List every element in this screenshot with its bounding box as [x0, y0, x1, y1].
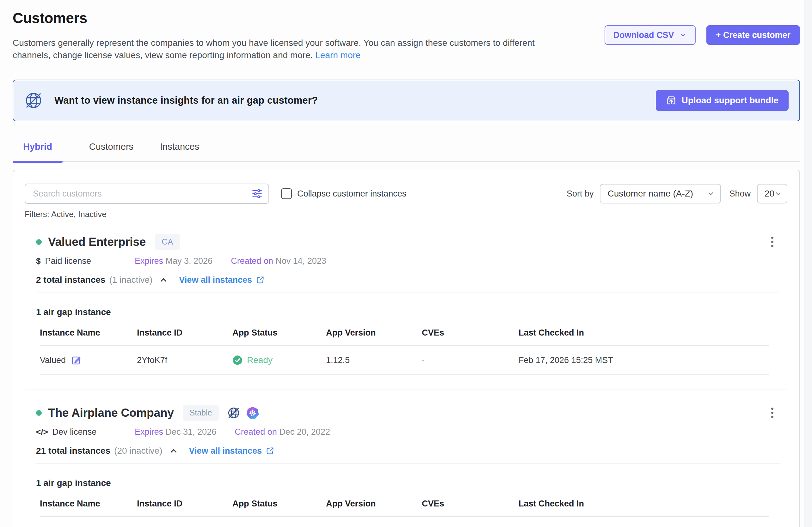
customer-name[interactable]: Valued Enterprise — [48, 236, 146, 249]
airgap-banner: Want to view instance insights for an ai… — [13, 80, 800, 121]
col-app-status: App Status — [232, 328, 326, 338]
section-divider — [36, 292, 780, 293]
inactive-instances-note: (1 inactive) — [109, 275, 153, 285]
active-filters-label: Filters: Active, Inactive — [25, 210, 787, 219]
edit-icon[interactable] — [71, 355, 82, 365]
airgap-instance-count: 1 air gap instance — [36, 478, 782, 488]
last-checked-in: Feb 17, 2026 15:25 MST — [519, 356, 769, 365]
page-description: Customers generally represent the compan… — [13, 37, 535, 61]
page-description-line1: Customers generally represent the compan… — [13, 37, 535, 49]
customer-header: Valued Enterprise GA — [36, 234, 782, 250]
inactive-instances-note: (20 inactive) — [114, 446, 162, 456]
instances-summary-row: 21 total instances (20 inactive) View al… — [36, 446, 782, 456]
collapse-instances-checkbox[interactable] — [281, 188, 292, 199]
customer-menu-button[interactable] — [769, 235, 775, 249]
chevron-up-icon[interactable] — [159, 275, 168, 285]
tab-hybrid[interactable]: Hybrid — [13, 141, 63, 162]
airgap-globe-icon — [24, 91, 43, 110]
customer-capability-icons — [227, 406, 259, 420]
license-type-label: Dev license — [53, 427, 97, 437]
created-date: Nov 14, 2023 — [275, 256, 326, 266]
total-instances-count: 2 total instances — [36, 275, 105, 285]
created-on-label: Created on — [231, 256, 273, 266]
license-type: $ Paid license — [36, 256, 135, 266]
col-app-version: App Version — [326, 328, 422, 338]
channel-badge: Stable — [183, 405, 219, 421]
customer-card-airplane-company: The Airplane Company Stable — [36, 405, 782, 517]
license-type-label: Paid license — [45, 256, 91, 266]
create-customer-label: + Create customer — [716, 30, 791, 40]
customer-header: The Airplane Company Stable — [36, 405, 782, 421]
external-link-icon — [266, 447, 274, 455]
col-instance-id: Instance ID — [137, 499, 232, 509]
col-last-checked-in: Last Checked In — [519, 499, 769, 509]
expires-date: May 3, 2026 — [166, 256, 213, 266]
download-csv-label: Download CSV — [613, 30, 674, 40]
col-app-status: App Status — [232, 499, 326, 509]
total-instances-count: 21 total instances — [36, 446, 110, 456]
view-all-instances-label: View all instances — [189, 446, 262, 456]
airgap-instance-table: Instance Name Instance ID App Status App… — [40, 499, 769, 517]
search-input[interactable] — [25, 184, 269, 204]
page-description-line2: channels, change license values, view so… — [13, 50, 313, 60]
toolbar: Collapse customer instances Sort by Cust… — [25, 184, 787, 204]
customer-name[interactable]: The Airplane Company — [48, 406, 174, 420]
instance-name-cell: Valued — [40, 355, 137, 365]
page-header: Customers Customers generally represent … — [13, 10, 800, 61]
expires-label: Expires — [135, 256, 163, 266]
airgap-globe-icon — [227, 406, 240, 420]
sort-select[interactable]: Customer name (A-Z) — [600, 184, 721, 204]
upload-support-bundle-button[interactable]: Upload support bundle — [656, 90, 788, 111]
tab-bar: Hybrid Customers Instances — [13, 141, 800, 162]
customer-divider — [25, 390, 787, 390]
chevron-down-icon — [679, 31, 687, 39]
show-label: Show — [729, 189, 751, 199]
learn-more-link[interactable]: Learn more — [315, 50, 361, 60]
created-on-label: Created on — [235, 427, 277, 437]
expires-pair: Expires May 3, 2026 — [135, 256, 213, 266]
created-date: Dec 20, 2022 — [279, 427, 330, 437]
customers-panel: Collapse customer instances Sort by Cust… — [13, 170, 800, 527]
view-all-instances-link[interactable]: View all instances — [189, 446, 275, 456]
col-last-checked-in: Last Checked In — [519, 328, 769, 338]
page-scrollbar-gutter[interactable] — [804, 0, 812, 527]
customer-meta-row: </> Dev license Expires Dec 31, 2026 Cre… — [36, 427, 782, 437]
chevron-up-icon[interactable] — [169, 446, 178, 456]
sort-select-value: Customer name (A-Z) — [607, 189, 693, 199]
instance-name: Valued — [40, 356, 66, 365]
show-select[interactable]: 20 — [757, 184, 787, 204]
show-select-value: 20 — [765, 189, 774, 199]
airgap-instance-count: 1 air gap instance — [36, 307, 782, 317]
tab-instances[interactable]: Instances — [160, 141, 199, 162]
table-header-row: Instance Name Instance ID App Status App… — [40, 499, 769, 517]
page-header-text: Customers Customers generally represent … — [13, 10, 535, 61]
channel-badge: GA — [155, 234, 180, 250]
check-circle-icon — [232, 355, 243, 365]
col-cves: CVEs — [422, 499, 519, 509]
expires-pair: Expires Dec 31, 2026 — [135, 427, 216, 437]
sort-by-label: Sort by — [567, 189, 594, 199]
external-link-icon — [256, 275, 265, 284]
app-status-cell: Ready — [232, 355, 326, 365]
table-row: Valued 2YfoK7f Ready 1. — [40, 346, 769, 375]
section-divider — [36, 464, 780, 464]
dollar-icon: $ — [36, 256, 41, 266]
customer-menu-button[interactable] — [769, 406, 775, 420]
table-header-row: Instance Name Instance ID App Status App… — [40, 328, 769, 346]
view-all-instances-link[interactable]: View all instances — [179, 275, 265, 285]
cves-value: - — [422, 356, 519, 365]
toolbar-right: Sort by Customer name (A-Z) Show 20 — [567, 184, 787, 204]
license-type: </> Dev license — [36, 427, 135, 437]
header-actions: Download CSV + Create customer — [605, 25, 800, 45]
download-csv-button[interactable]: Download CSV — [605, 25, 696, 45]
expires-label: Expires — [135, 427, 163, 437]
chevron-down-icon — [707, 190, 715, 197]
create-customer-button[interactable]: + Create customer — [706, 25, 800, 45]
active-status-dot — [36, 410, 42, 416]
col-instance-id: Instance ID — [137, 328, 232, 338]
page-title: Customers — [13, 10, 535, 27]
view-all-instances-label: View all instances — [179, 275, 252, 285]
filter-sliders-icon[interactable] — [251, 188, 263, 199]
tab-customers[interactable]: Customers — [89, 141, 133, 162]
kubernetes-icon — [246, 406, 259, 420]
